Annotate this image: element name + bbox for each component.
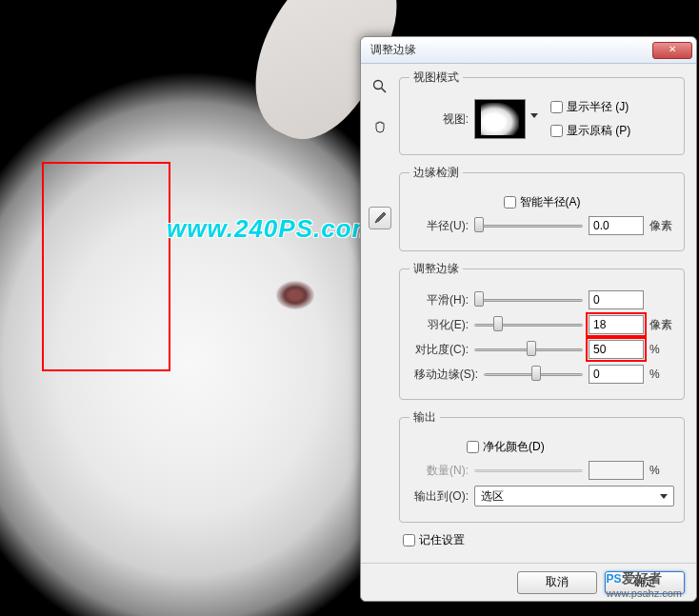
view-label: 视图:	[409, 111, 469, 128]
brush-tool[interactable]	[369, 207, 391, 229]
svg-line-1	[382, 89, 387, 93]
radius-input[interactable]	[589, 216, 644, 235]
output-to-select[interactable]: 选区	[474, 486, 674, 507]
view-mode-group: 视图模式 视图: 显示半径 (J) 显示原稿 (P)	[399, 70, 685, 155]
svg-point-0	[374, 81, 383, 89]
amount-slider	[474, 462, 583, 479]
tool-column	[365, 68, 395, 559]
shift-slider[interactable]	[484, 366, 583, 383]
feather-slider[interactable]	[474, 316, 583, 333]
adjust-edge-group: 调整边缘 平滑(H): 羽化(E): 像素 对比度(C):	[399, 261, 685, 400]
adjust-edge-legend: 调整边缘	[409, 261, 463, 277]
edge-detect-group: 边缘检测 智能半径(A) 半径(U): 像素	[399, 165, 685, 251]
remember-settings-checkbox[interactable]: 记住设置	[403, 532, 465, 548]
radius-slider[interactable]	[474, 217, 583, 234]
output-legend: 输出	[409, 409, 440, 426]
dialog-title: 调整边缘	[370, 42, 652, 58]
view-mode-legend: 视图模式	[409, 70, 463, 86]
amount-unit: %	[649, 464, 674, 477]
feather-label: 羽化(E):	[409, 317, 469, 333]
radius-label: 半径(U):	[409, 218, 469, 234]
shift-input[interactable]	[589, 365, 644, 384]
smooth-input[interactable]	[589, 290, 644, 309]
highlight-rectangle	[42, 162, 170, 371]
amount-input	[589, 461, 644, 480]
feather-unit: 像素	[649, 317, 674, 333]
shift-label: 移动边缘(S):	[409, 367, 478, 383]
smart-radius-checkbox[interactable]: 智能半径(A)	[504, 194, 581, 210]
dropdown-arrow-icon	[530, 113, 538, 118]
feather-input[interactable]	[589, 315, 644, 334]
refine-edge-dialog: 调整边缘 ✕ 视图模式 视图:	[360, 36, 697, 602]
site-watermark: PS爱好者 www.psahz.com	[607, 566, 682, 599]
cancel-button[interactable]: 取消	[517, 571, 597, 594]
show-radius-checkbox[interactable]: 显示半径 (J)	[550, 99, 630, 115]
show-original-checkbox[interactable]: 显示原稿 (P)	[550, 123, 630, 139]
close-button[interactable]: ✕	[652, 42, 692, 59]
magnifier-icon	[372, 79, 388, 94]
thumbnail-preview	[481, 103, 519, 135]
contrast-input[interactable]	[589, 340, 644, 359]
hand-tool[interactable]	[369, 115, 391, 138]
shift-unit: %	[649, 368, 674, 381]
output-to-label: 输出到(O):	[409, 488, 469, 505]
contrast-label: 对比度(C):	[409, 342, 469, 358]
radius-unit: 像素	[649, 218, 674, 234]
edge-detect-legend: 边缘检测	[409, 165, 463, 181]
smooth-slider[interactable]	[474, 291, 583, 308]
zoom-tool[interactable]	[369, 75, 391, 98]
view-thumbnail[interactable]	[474, 99, 526, 139]
dialog-titlebar[interactable]: 调整边缘 ✕	[361, 37, 696, 64]
contrast-slider[interactable]	[474, 341, 583, 358]
amount-label: 数量(N):	[409, 463, 469, 479]
smooth-label: 平滑(H):	[409, 292, 469, 308]
decontaminate-checkbox[interactable]: 净化颜色(D)	[467, 439, 545, 455]
chevron-down-icon	[660, 494, 668, 499]
brush-icon	[372, 210, 388, 226]
watermark-text: www.240PS.com	[167, 214, 375, 244]
output-group: 输出 净化颜色(D) 数量(N): % 输出到(O): 选区	[399, 409, 685, 523]
rabbit-eye	[276, 281, 314, 309]
contrast-unit: %	[649, 343, 674, 356]
hand-icon	[372, 119, 388, 134]
